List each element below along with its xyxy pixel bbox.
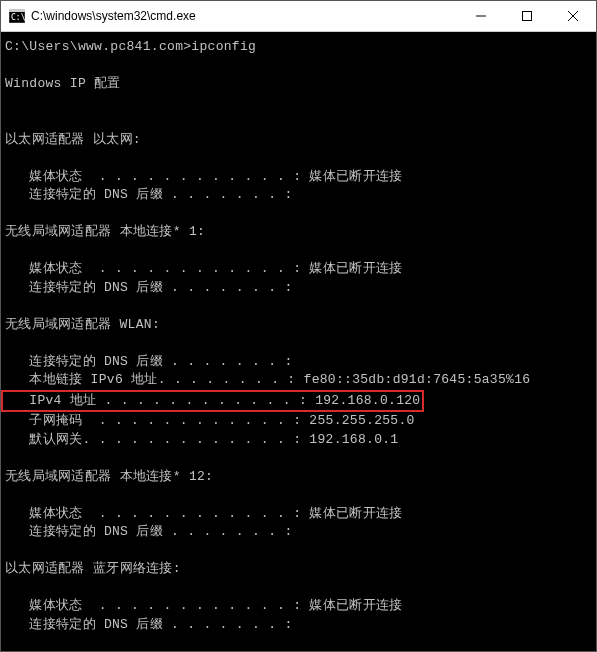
terminal-line: 连接特定的 DNS 后缀 . . . . . . . : [5, 523, 592, 542]
svg-rect-1 [9, 9, 25, 12]
blank-line [5, 112, 592, 131]
blank-line [5, 449, 592, 468]
blank-line [5, 205, 592, 224]
svg-rect-4 [523, 12, 532, 21]
terminal-line: Windows IP 配置 [5, 75, 592, 94]
terminal-line: 媒体状态 . . . . . . . . . . . . : 媒体已断开连接 [5, 260, 592, 279]
blank-line [5, 242, 592, 261]
terminal-line: 以太网适配器 蓝牙网络连接: [5, 560, 592, 579]
terminal-line: 以太网适配器 以太网: [5, 131, 592, 150]
ipv4-highlight: IPv4 地址 . . . . . . . . . . . . : 192.16… [1, 390, 424, 413]
blank-line [5, 94, 592, 113]
blank-line [5, 579, 592, 598]
terminal-line: IPv4 地址 . . . . . . . . . . . . : 192.16… [5, 390, 592, 413]
blank-line [5, 542, 592, 561]
terminal-line: 默认网关. . . . . . . . . . . . . : 192.168.… [5, 431, 592, 450]
minimize-button[interactable] [458, 1, 504, 31]
blank-line [5, 334, 592, 353]
terminal-line: C:\Users\www.pc841.com>ipconfig [5, 38, 592, 57]
window-title: C:\windows\system32\cmd.exe [31, 9, 458, 23]
window-controls [458, 1, 596, 31]
blank-line [5, 486, 592, 505]
terminal-line: 无线局域网适配器 本地连接* 1: [5, 223, 592, 242]
cmd-icon: C:\ [9, 8, 25, 24]
terminal-line: 连接特定的 DNS 后缀 . . . . . . . : [5, 186, 592, 205]
blank-line [5, 149, 592, 168]
terminal-line: 媒体状态 . . . . . . . . . . . . : 媒体已断开连接 [5, 168, 592, 187]
maximize-button[interactable] [504, 1, 550, 31]
terminal-output[interactable]: C:\Users\www.pc841.com>ipconfigWindows I… [1, 32, 596, 634]
terminal-line: 无线局域网适配器 WLAN: [5, 316, 592, 335]
terminal-line: 媒体状态 . . . . . . . . . . . . : 媒体已断开连接 [5, 597, 592, 616]
terminal-line: 连接特定的 DNS 后缀 . . . . . . . : [5, 353, 592, 372]
terminal-line: 连接特定的 DNS 后缀 . . . . . . . : [5, 279, 592, 298]
terminal-line: 媒体状态 . . . . . . . . . . . . : 媒体已断开连接 [5, 505, 592, 524]
close-button[interactable] [550, 1, 596, 31]
window-titlebar: C:\ C:\windows\system32\cmd.exe [1, 1, 596, 32]
terminal-line: 本地链接 IPv6 地址. . . . . . . . : fe80::35db… [5, 371, 592, 390]
blank-line [5, 297, 592, 316]
terminal-line: 子网掩码 . . . . . . . . . . . . : 255.255.2… [5, 412, 592, 431]
terminal-line: 连接特定的 DNS 后缀 . . . . . . . : [5, 616, 592, 635]
svg-text:C:\: C:\ [11, 13, 25, 22]
terminal-line: 无线局域网适配器 本地连接* 12: [5, 468, 592, 487]
blank-line [5, 57, 592, 76]
